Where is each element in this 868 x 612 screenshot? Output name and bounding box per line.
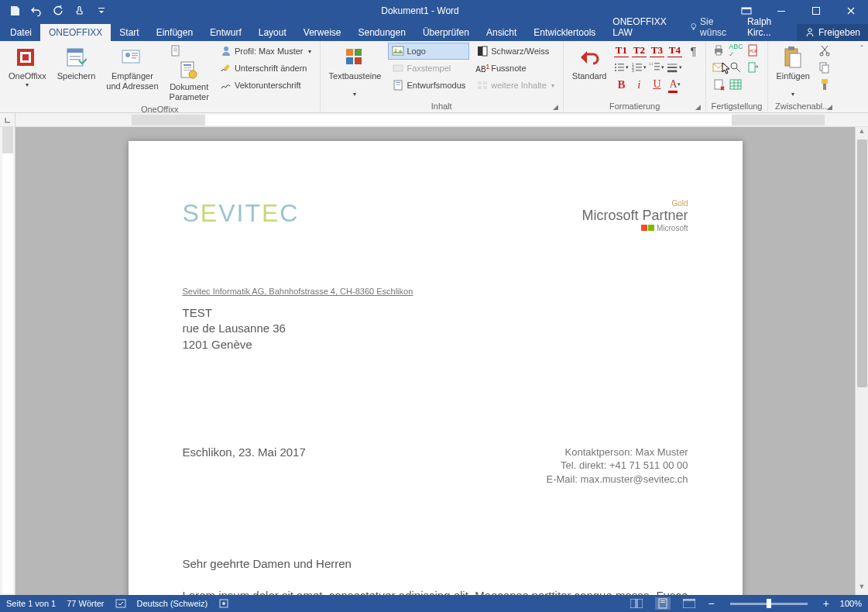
heading-t1[interactable]: T1 — [613, 43, 629, 58]
export-icon[interactable] — [745, 60, 760, 75]
macro-icon[interactable] — [218, 598, 229, 609]
bold-icon[interactable]: B — [613, 77, 629, 92]
bw-icon — [476, 45, 489, 57]
print-layout-icon[interactable] — [655, 597, 671, 610]
empfaenger-button[interactable]: Empfänger und Adressen — [102, 43, 162, 93]
scrollbar-thumb[interactable] — [857, 139, 867, 387]
tab-start[interactable]: Start — [111, 24, 147, 41]
vertical-scrollbar[interactable]: ▲ ▼ — [855, 127, 868, 595]
open-doc-icon-btn[interactable] — [166, 43, 213, 60]
speichern-button[interactable]: Speichern — [53, 43, 100, 84]
entwurfsmodus-button[interactable]: Entwurfsmodus — [388, 77, 469, 94]
place-date[interactable]: Eschlikon, 23. Mai 2017 — [183, 445, 306, 487]
svg-point-67 — [731, 63, 737, 69]
copy-icon[interactable] — [817, 60, 832, 75]
multilevel-list-icon[interactable]: 1.1▾ — [649, 60, 664, 75]
heading-t3[interactable]: T3 — [649, 43, 664, 58]
user-name[interactable]: Ralph Kirc... — [739, 13, 797, 41]
touch-mode-icon[interactable] — [70, 2, 90, 19]
undo-icon[interactable] — [26, 2, 46, 19]
print-icon[interactable] — [711, 43, 726, 58]
page[interactable]: SEVITEC Gold Microsoft Partner Microsoft… — [129, 141, 743, 595]
line-width-icon[interactable]: ▾ — [667, 60, 682, 75]
share-button[interactable]: Freigeben — [797, 24, 868, 41]
pilcrow-icon[interactable]: ¶ — [685, 43, 701, 58]
svg-point-6 — [808, 29, 811, 32]
cut-icon[interactable] — [817, 43, 832, 58]
heading-t2[interactable]: T2 — [631, 43, 647, 58]
recipient-address[interactable]: TEST rue de Lausanne 36 1201 Genève — [183, 305, 688, 352]
standard-button[interactable]: Standard — [568, 43, 611, 84]
save-icon[interactable] — [5, 2, 25, 19]
dokument-parameter-button[interactable]: Dokument Parameter — [166, 60, 213, 104]
underline-icon[interactable]: U — [649, 77, 664, 92]
inhalt-launcher-icon[interactable]: ◢ — [553, 103, 558, 111]
font-color-icon[interactable]: A▾ — [667, 77, 682, 92]
tab-oneoffixx[interactable]: ONEOFFIXX — [40, 24, 111, 41]
sender-line[interactable]: Sevitec Informatik AG, Bahnhofstrasse 4,… — [183, 287, 688, 296]
schwarzweiss-button[interactable]: Schwarz/Weiss — [472, 43, 558, 60]
logo-button[interactable]: Logo — [388, 43, 469, 60]
numbered-list-icon[interactable]: 123▾ — [631, 60, 647, 75]
table-icon[interactable] — [728, 77, 743, 92]
tab-layout[interactable]: Layout — [250, 24, 295, 41]
zoom-level[interactable]: 100% — [840, 599, 862, 608]
tell-me-search[interactable]: Sie wünsc — [684, 13, 739, 41]
maximize-button[interactable] — [798, 0, 833, 22]
heading-t4[interactable]: T4 — [667, 43, 682, 58]
tab-verweise[interactable]: Verweise — [295, 24, 350, 41]
search-icon[interactable] — [728, 60, 743, 75]
collapse-ribbon-icon[interactable]: ˆ — [860, 44, 863, 53]
unterschrift-aendern-button[interactable]: Unterschrift ändern — [216, 60, 315, 77]
proofing-icon[interactable] — [115, 598, 126, 609]
language-indicator[interactable]: Deutsch (Schweiz) — [137, 599, 208, 608]
svg-rect-28 — [346, 57, 353, 64]
svg-rect-13 — [70, 59, 81, 60]
close-button[interactable] — [833, 0, 868, 22]
fussnote-button[interactable]: AB1 Fussnote — [472, 60, 558, 77]
zoom-slider[interactable] — [730, 603, 808, 605]
faxstempel-button: Faxstempel — [388, 60, 469, 77]
word-count[interactable]: 77 Wörter — [67, 599, 104, 608]
tab-oneoffixx-law[interactable]: ONEOFFIXX LAW — [604, 13, 684, 41]
recipients-icon — [120, 45, 145, 70]
einfuegen-button[interactable]: Einfügen▾ — [773, 43, 814, 100]
zoom-in[interactable]: + — [823, 597, 829, 610]
formatierung-launcher-icon[interactable]: ◢ — [695, 103, 701, 111]
zoom-thumb[interactable] — [767, 599, 771, 608]
textbausteine-button[interactable]: Textbausteine▾ — [325, 43, 386, 100]
profil-button[interactable]: Profil: Max Muster▾ — [216, 43, 315, 60]
tab-ueberpruefen[interactable]: Überprüfen — [414, 24, 478, 41]
oneoffixx-button[interactable]: OneOffixx▾ — [5, 43, 50, 91]
tab-entwurf[interactable]: Entwurf — [201, 24, 250, 41]
svg-rect-2 — [777, 11, 785, 12]
contact-block[interactable]: Kontaktperson: Max Muster Tel. direkt: +… — [547, 445, 688, 487]
web-layout-icon[interactable] — [681, 597, 697, 610]
horizontal-ruler[interactable] — [0, 113, 868, 127]
clipboard-launcher-icon[interactable]: ◢ — [827, 103, 832, 111]
page-indicator[interactable]: Seite 1 von 1 — [6, 599, 56, 608]
svg-rect-47 — [618, 70, 624, 71]
spellcheck-icon[interactable]: ABC✓ — [728, 43, 743, 58]
letter-body[interactable]: Sehr geehrte Damen und Herren Lorem ipsu… — [183, 555, 688, 595]
italic-icon[interactable]: i — [631, 77, 647, 92]
bullet-list-icon[interactable]: ▾ — [613, 60, 629, 75]
vektorunterschrift-button[interactable]: Vektorunterschrift — [216, 77, 315, 94]
svg-rect-53 — [636, 70, 642, 71]
unterschrift-label: Unterschrift ändern — [235, 64, 307, 73]
document-canvas[interactable]: SEVITEC Gold Microsoft Partner Microsoft… — [15, 127, 855, 595]
pdf-icon[interactable]: PDF — [745, 43, 760, 58]
format-painter-icon[interactable] — [817, 77, 832, 92]
delete-icon[interactable] — [711, 77, 726, 92]
redo-icon[interactable] — [48, 2, 68, 19]
mail-icon[interactable] — [711, 60, 726, 75]
tab-entwicklertools[interactable]: Entwicklertools — [525, 24, 604, 41]
tab-einfuegen[interactable]: Einfügen — [148, 24, 201, 41]
tab-sendungen[interactable]: Sendungen — [350, 24, 414, 41]
vertical-ruler[interactable] — [0, 127, 15, 595]
zoom-out[interactable]: − — [708, 597, 714, 610]
tab-ansicht[interactable]: Ansicht — [478, 24, 525, 41]
qat-customize-icon[interactable] — [91, 2, 112, 19]
tab-file[interactable]: Datei — [2, 24, 40, 41]
read-mode-icon[interactable] — [629, 597, 644, 610]
